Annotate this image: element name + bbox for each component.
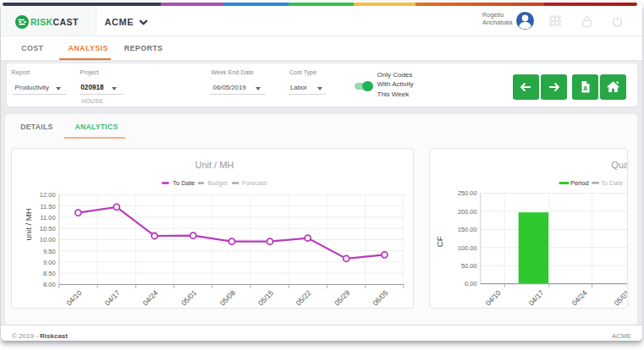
svg-text:10.00: 10.00 bbox=[40, 236, 56, 243]
svg-text:200.00: 200.00 bbox=[458, 208, 477, 216]
svg-text:9.00: 9.00 bbox=[43, 259, 56, 266]
svg-text:05/01: 05/01 bbox=[613, 288, 628, 307]
svg-text:Quantities: Quantities bbox=[611, 160, 627, 170]
svg-text:150.00: 150.00 bbox=[458, 226, 477, 233]
svg-text:05/01: 05/01 bbox=[179, 288, 198, 307]
svg-text:Unit / MH: Unit / MH bbox=[195, 160, 234, 170]
svg-text:12.00: 12.00 bbox=[40, 191, 56, 199]
svg-text:To Date: To Date bbox=[173, 179, 195, 187]
svg-text:11.00: 11.00 bbox=[40, 214, 55, 221]
svg-text:04/17: 04/17 bbox=[527, 288, 546, 307]
svg-text:Budget: Budget bbox=[207, 179, 228, 187]
svg-text:04/24: 04/24 bbox=[570, 288, 589, 307]
svg-text:To Date: To Date bbox=[601, 179, 623, 187]
svg-text:9.50: 9.50 bbox=[43, 248, 56, 255]
svg-text:0.00: 0.00 bbox=[465, 280, 477, 287]
svg-text:8.00: 8.00 bbox=[43, 281, 56, 288]
svg-text:04/24: 04/24 bbox=[140, 288, 159, 307]
svg-text:05/15: 05/15 bbox=[256, 288, 275, 307]
svg-text:06/05: 06/05 bbox=[371, 288, 389, 307]
svg-text:05/22: 05/22 bbox=[294, 288, 312, 307]
svg-text:250.00: 250.00 bbox=[458, 189, 477, 197]
svg-text:11.50: 11.50 bbox=[40, 203, 55, 211]
svg-text:unit / MH: unit / MH bbox=[24, 208, 33, 240]
svg-text:Forecast: Forecast bbox=[242, 179, 267, 187]
svg-text:04/17: 04/17 bbox=[103, 288, 122, 307]
svg-text:05/08: 05/08 bbox=[218, 288, 237, 307]
svg-text:CF: CF bbox=[436, 236, 445, 247]
svg-text:04/10: 04/10 bbox=[484, 288, 503, 307]
svg-text:8.50: 8.50 bbox=[43, 270, 56, 277]
svg-text:50.00: 50.00 bbox=[461, 262, 477, 270]
svg-text:05/29: 05/29 bbox=[333, 288, 351, 307]
svg-text:Period: Period bbox=[570, 179, 589, 187]
svg-text:100.00: 100.00 bbox=[458, 244, 477, 252]
svg-text:04/10: 04/10 bbox=[64, 288, 83, 307]
svg-text:10.50: 10.50 bbox=[40, 225, 56, 232]
